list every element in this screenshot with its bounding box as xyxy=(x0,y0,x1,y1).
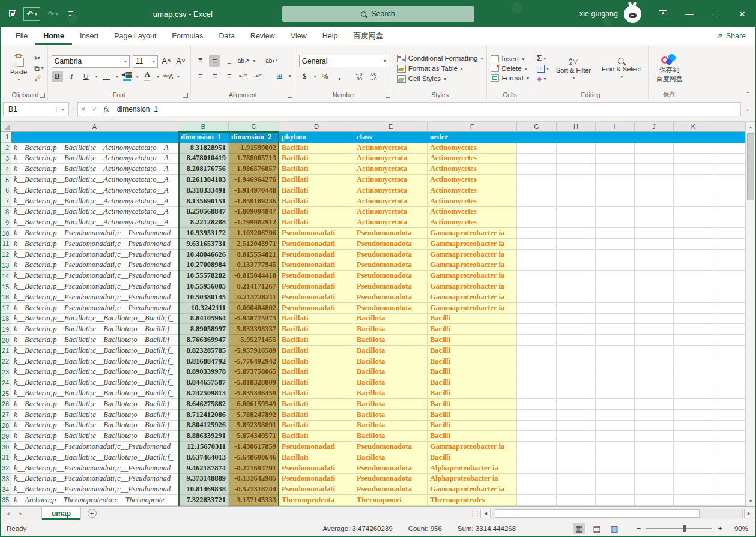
cell-C21[interactable]: -5.957916589 xyxy=(229,346,279,356)
cell-D18[interactable]: Bacillati xyxy=(279,314,354,325)
cell-G15[interactable] xyxy=(517,281,557,292)
cell-H5[interactable] xyxy=(557,175,596,185)
cell-I23[interactable] xyxy=(596,367,635,378)
cell-H19[interactable] xyxy=(557,324,596,335)
cell-J2[interactable] xyxy=(635,143,674,154)
redo-button[interactable]: ↷▾ xyxy=(45,8,61,20)
cell-I3[interactable] xyxy=(596,154,635,164)
cell-A1[interactable] xyxy=(11,132,178,143)
number-format-select[interactable]: General▾ xyxy=(299,55,389,67)
cell-J25[interactable] xyxy=(635,388,674,399)
cell-H18[interactable] xyxy=(557,314,596,325)
row-header-9[interactable]: 9 xyxy=(1,217,11,228)
cell-I24[interactable] xyxy=(596,377,635,388)
cell-filler-33[interactable] xyxy=(713,474,745,485)
cell-I10[interactable] xyxy=(596,228,635,239)
row-header-2[interactable]: 2 xyxy=(1,143,11,154)
cell-C32[interactable]: -0.271694791 xyxy=(229,463,279,474)
cell-C34[interactable]: -0.521316744 xyxy=(229,484,279,495)
cell-I4[interactable] xyxy=(596,164,635,175)
cell-H26[interactable] xyxy=(557,399,596,410)
cell-B13[interactable]: 10.27008984 xyxy=(178,260,229,271)
cell-B15[interactable]: 10.55956005 xyxy=(178,281,229,292)
cell-A22[interactable]: k__Bacteria;p__Bacillati;c__Bacillota;o_… xyxy=(11,356,178,367)
tab-home[interactable]: Home xyxy=(35,27,72,45)
cell-A34[interactable]: k__Bacteria;p__Pseudomonadati;c__Pseudom… xyxy=(11,484,178,495)
italic-button[interactable]: I xyxy=(66,71,77,82)
cell-G16[interactable] xyxy=(517,292,557,303)
user-name[interactable]: xie guigang xyxy=(579,10,618,18)
cell-E34[interactable]: Pseudomonadota xyxy=(354,484,428,495)
cell-D20[interactable]: Bacillati xyxy=(279,335,354,346)
cell-C35[interactable]: -3.157145333 xyxy=(229,495,279,506)
row-header-31[interactable]: 31 xyxy=(1,452,11,463)
copy-button[interactable]: ⧉▾ xyxy=(34,64,44,73)
cell-G30[interactable] xyxy=(517,442,557,452)
cell-A19[interactable]: k__Bacteria;p__Bacillati;c__Bacillota;o_… xyxy=(11,324,178,335)
cell-filler-26[interactable] xyxy=(713,399,745,410)
zoom-level[interactable]: 90% xyxy=(728,525,748,532)
cell-filler-4[interactable] xyxy=(713,164,745,175)
row-header-17[interactable]: 17 xyxy=(1,303,11,314)
tab-help[interactable]: Help xyxy=(315,27,346,45)
cell-A11[interactable]: k__Bacteria;p__Pseudomonadati;c__Pseudom… xyxy=(11,239,178,250)
formula-bar-splitter[interactable]: ⋮ xyxy=(69,106,77,113)
cell-C26[interactable]: -6.006159549 xyxy=(229,399,279,410)
cell-E16[interactable]: Pseudomonadota xyxy=(354,292,428,303)
cell-F12[interactable]: Gammaproteobacter ia xyxy=(428,250,517,260)
cell-H27[interactable] xyxy=(557,410,596,421)
cell-I30[interactable] xyxy=(596,442,635,452)
row-header-10[interactable]: 10 xyxy=(1,228,11,239)
cell-A16[interactable]: k__Bacteria;p__Pseudomonadati;c__Pseudom… xyxy=(11,292,178,303)
font-color-dropdown-arrow[interactable]: ▾ xyxy=(157,74,159,79)
row1-blue-filler[interactable] xyxy=(517,132,745,143)
cell-G26[interactable] xyxy=(517,399,557,410)
borders-button[interactable] xyxy=(101,71,112,82)
cell-G5[interactable] xyxy=(517,175,557,185)
page-break-preview-button[interactable]: ▥ xyxy=(608,523,621,534)
cell-J5[interactable] xyxy=(635,175,674,185)
cell-H29[interactable] xyxy=(557,431,596,442)
cell-B25[interactable]: 8.742509813 xyxy=(178,388,229,399)
cell-A29[interactable]: k__Bacteria;p__Bacillati;c__Bacillota;o_… xyxy=(11,431,178,442)
cell-D11[interactable]: Pseudomonadati xyxy=(279,239,354,250)
font-dialog-launcher[interactable] xyxy=(183,93,188,98)
zoom-out-button[interactable]: − xyxy=(637,524,641,533)
tab-insert[interactable]: Insert xyxy=(72,27,106,45)
cell-I13[interactable] xyxy=(596,260,635,271)
cell-G6[interactable] xyxy=(517,185,557,196)
cell-A14[interactable]: k__Bacteria;p__Pseudomonadati;c__Pseudom… xyxy=(11,271,178,281)
cell-D31[interactable]: Bacillati xyxy=(279,452,354,463)
cell-E26[interactable]: Bacillota xyxy=(354,399,428,410)
cell-C4[interactable]: -1.986576057 xyxy=(229,164,279,175)
cell-J31[interactable] xyxy=(635,452,674,463)
row-header-18[interactable]: 18 xyxy=(1,314,11,325)
cell-E21[interactable]: Bacillota xyxy=(354,346,428,356)
cell-K14[interactable] xyxy=(674,271,713,281)
horizontal-scroll-track[interactable] xyxy=(492,509,743,518)
cell-K4[interactable] xyxy=(674,164,713,175)
cell-E22[interactable]: Bacillota xyxy=(354,356,428,367)
cell-F19[interactable]: Bacilli xyxy=(428,324,517,335)
cell-H16[interactable] xyxy=(557,292,596,303)
cell-I27[interactable] xyxy=(596,410,635,421)
row-header-3[interactable]: 3 xyxy=(1,154,11,164)
cell-H15[interactable] xyxy=(557,281,596,292)
cell-C33[interactable]: -0.131642985 xyxy=(229,474,279,485)
underline-dropdown-arrow[interactable]: ▾ xyxy=(95,74,98,79)
cell-J9[interactable] xyxy=(635,217,674,228)
cell-A32[interactable]: k__Bacteria;p__Pseudomonadati;c__Pseudom… xyxy=(11,463,178,474)
cell-D34[interactable]: Pseudomonadati xyxy=(279,484,354,495)
cell-J6[interactable] xyxy=(635,185,674,196)
cell-K30[interactable] xyxy=(674,442,713,452)
cell-H6[interactable] xyxy=(557,185,596,196)
cell-G28[interactable] xyxy=(517,421,557,431)
column-header-F[interactable]: F xyxy=(428,122,517,132)
cell-filler-22[interactable] xyxy=(713,356,745,367)
cell-D33[interactable]: Pseudomonadati xyxy=(279,474,354,485)
cell-B20[interactable]: 8.766369947 xyxy=(178,335,229,346)
cell-I22[interactable] xyxy=(596,356,635,367)
row-header-33[interactable]: 33 xyxy=(1,474,11,485)
cell-K22[interactable] xyxy=(674,356,713,367)
cell-K2[interactable] xyxy=(674,143,713,154)
